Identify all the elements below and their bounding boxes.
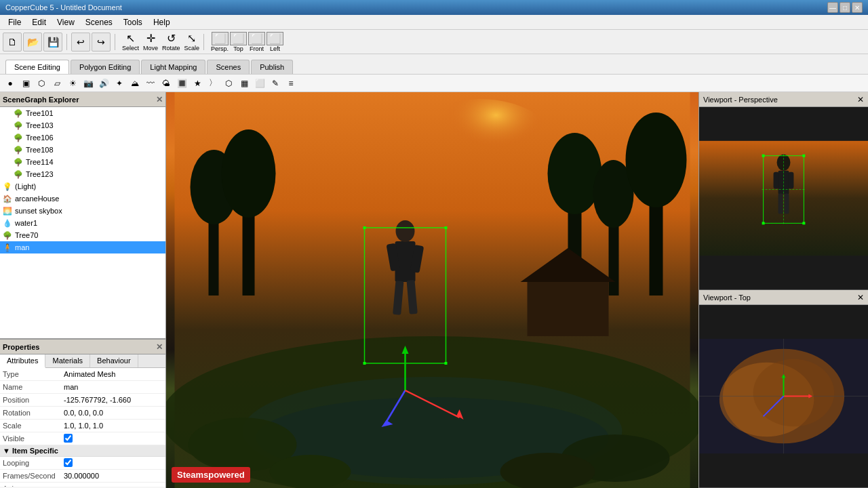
close-button[interactable]: ✕	[852, 2, 863, 13]
sphere-icon[interactable]: ●	[3, 76, 18, 91]
svg-rect-46	[762, 155, 765, 157]
left-panel: SceneGraph Explorer ✕ 🌳Tree101🌳Tree103🌳T…	[0, 92, 166, 488]
move-tool[interactable]: ✛ Move	[143, 32, 158, 52]
misc-icon[interactable]: ≡	[283, 76, 298, 91]
redo-button[interactable]: ↪	[92, 33, 111, 52]
svg-rect-49	[802, 222, 805, 224]
menu-view[interactable]: View	[52, 16, 80, 28]
open-button[interactable]: 📂	[23, 33, 42, 52]
light2-icon[interactable]: ☀	[65, 76, 80, 91]
scenegraph-item-water1[interactable]: 💧water1	[0, 217, 165, 229]
scenegraph-item-light[interactable]: 💡(Light)	[0, 180, 165, 192]
top-view[interactable]: ⬜ Top	[230, 32, 247, 52]
edit-icon[interactable]: ✎	[268, 76, 283, 91]
scenegraph-item-arcanehouse[interactable]: 🏠arcaneHouse	[0, 192, 165, 205]
scenegraph-item-sunsetskybox[interactable]: 🌅sunset skybox	[0, 205, 165, 217]
viewport-top-close[interactable]: ✕	[857, 293, 864, 302]
button-icon[interactable]: ⬜	[252, 76, 267, 91]
front-view[interactable]: ⬜ Front	[248, 32, 265, 52]
new-button[interactable]: 🗋	[3, 33, 22, 52]
scenegraph-item-tree101[interactable]: 🌳Tree101	[0, 107, 165, 119]
viewport-top-header: Viewport - Top ✕	[699, 290, 868, 305]
prop-tab-attributes[interactable]: Attributes	[0, 354, 45, 368]
prop-frames-second[interactable]: Frames/Second 30.000000	[0, 470, 165, 483]
scale-tool[interactable]: ⤡ Scale	[184, 32, 200, 52]
plane-icon[interactable]: ▱	[50, 76, 64, 91]
particle-icon[interactable]: ✦	[112, 76, 127, 91]
scenegraph-item-tree108[interactable]: 🌳Tree108	[0, 144, 165, 156]
sky2-icon[interactable]: 🌤	[159, 76, 174, 91]
cylinder-icon[interactable]: ⬡	[34, 76, 49, 91]
menu-scenes[interactable]: Scenes	[80, 16, 118, 28]
path-icon[interactable]: 〉	[205, 76, 220, 91]
prop-position[interactable]: Position -125.767792, -1.660	[0, 394, 165, 407]
cube-icon[interactable]: ▣	[18, 76, 33, 91]
prop-scale[interactable]: Scale 1.0, 1.0, 1.0	[0, 420, 165, 432]
scenegraph-content[interactable]: 🌳Tree101🌳Tree103🌳Tree106🌳Tree108🌳Tree114…	[0, 107, 165, 338]
svg-rect-43	[778, 194, 783, 214]
scenegraph-item-tree70[interactable]: 🌳Tree70	[0, 229, 165, 241]
menu-file[interactable]: File	[3, 16, 26, 28]
scenegraph-item-tree106[interactable]: 🌳Tree106	[0, 131, 165, 144]
looping-checkbox[interactable]	[64, 458, 73, 467]
scenegraph-item-tree123[interactable]: 🌳Tree123	[0, 168, 165, 180]
svg-rect-44	[784, 194, 789, 214]
select-tool[interactable]: ↖ Select	[122, 32, 139, 52]
maximize-button[interactable]: □	[840, 2, 850, 13]
svg-rect-41	[774, 172, 779, 189]
save-button[interactable]: 💾	[43, 33, 62, 52]
viewport-top: Viewport - Top ✕	[699, 290, 868, 488]
undo-button[interactable]: ↩	[71, 33, 90, 52]
tab-polygon-editing[interactable]: Polygon Editing	[71, 60, 140, 74]
properties-content: Type Animated Mesh Name man Position -12…	[0, 368, 165, 487]
prop-tab-materials[interactable]: Materials	[45, 354, 90, 367]
rotate-tool[interactable]: ↺ Rotate	[162, 32, 180, 52]
properties-close[interactable]: ✕	[156, 342, 163, 352]
svg-point-55	[753, 359, 835, 427]
scenegraph-item-tree103[interactable]: 🌳Tree103	[0, 119, 165, 131]
scenegraph-item-man[interactable]: 🧍man	[0, 241, 165, 253]
toolbar-separator-2	[115, 34, 115, 50]
water2-icon[interactable]: 〰	[143, 76, 158, 91]
title-text: CopperCube 5 - Untitled Document	[5, 3, 122, 12]
persp-view[interactable]: ⬜ Persp.	[211, 32, 229, 52]
properties-tabs: Attributes Materials Behaviour	[0, 354, 165, 368]
prop-anim[interactable]: Anim...	[0, 483, 165, 487]
minimize-button[interactable]: —	[827, 2, 838, 13]
prop-tab-behaviour[interactable]: Behaviour	[90, 354, 138, 367]
viewport-background	[166, 92, 698, 488]
left-view[interactable]: ⬜ Left	[267, 32, 283, 52]
sprite-icon[interactable]: ★	[190, 76, 205, 91]
menu-tools[interactable]: Tools	[118, 16, 148, 28]
billboard-icon[interactable]: 🔳	[174, 76, 189, 91]
camera-icon[interactable]: 📷	[81, 76, 96, 91]
visible-checkbox[interactable]	[64, 434, 73, 443]
prop-name[interactable]: Name man	[0, 381, 165, 394]
title-bar-buttons: — □ ✕	[827, 2, 863, 13]
terrain-icon[interactable]: ⛰	[127, 76, 142, 91]
center-viewport[interactable]: Steamspowered	[166, 92, 698, 488]
viewport-perspective-close[interactable]: ✕	[857, 95, 864, 104]
menu-edit[interactable]: Edit	[26, 16, 52, 28]
tab-scenes[interactable]: Scenes	[207, 60, 250, 74]
overlay-icon[interactable]: ▦	[237, 76, 252, 91]
tab-scene-editing[interactable]: Scene Editing	[5, 60, 69, 74]
prop-visible[interactable]: Visible	[0, 432, 165, 445]
prop-rotation[interactable]: Rotation 0.0, 0.0, 0.0	[0, 407, 165, 420]
trigger-icon[interactable]: ⬡	[221, 76, 236, 91]
tab-light-mapping[interactable]: Light Mapping	[141, 60, 205, 74]
scenegraph-close[interactable]: ✕	[156, 95, 163, 104]
scenegraph-title: SceneGraph Explorer	[3, 96, 79, 104]
svg-rect-42	[788, 172, 793, 189]
right-panel: Viewport - Perspective ✕	[698, 92, 868, 488]
scenegraph-item-tree114[interactable]: 🌳Tree114	[0, 156, 165, 168]
main-layout: SceneGraph Explorer ✕ 🌳Tree101🌳Tree103🌳T…	[0, 92, 868, 488]
viewport-perspective-header: Viewport - Perspective ✕	[699, 92, 868, 107]
menu-help[interactable]: Help	[148, 16, 176, 28]
tab-publish[interactable]: Publish	[251, 60, 293, 74]
steamspowered-badge: Steamspowered	[172, 467, 250, 483]
properties-title: Properties	[3, 343, 39, 351]
svg-rect-47	[802, 155, 805, 157]
prop-looping[interactable]: Looping	[0, 457, 165, 470]
sound-icon[interactable]: 🔊	[96, 76, 111, 91]
